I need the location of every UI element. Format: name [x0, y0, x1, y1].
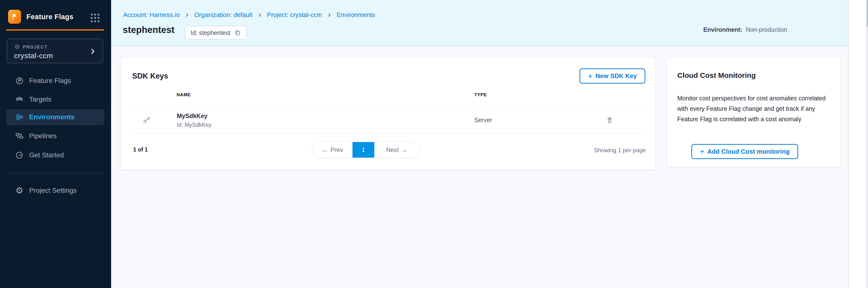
- page-header: Account: Harness.io Organization: defaul…: [111, 0, 848, 46]
- sidebar: Feature Flags PROJECT crystal-ccm: [0, 0, 111, 288]
- scrollbar-track[interactable]: [866, 0, 868, 288]
- sdk-key-type: Server: [474, 117, 492, 124]
- breadcrumb-account-link[interactable]: Account: Harness.io: [123, 11, 180, 19]
- environment-type-value: Non-production: [746, 26, 787, 33]
- sidebar-divider: [6, 173, 104, 173]
- gear-icon: ⚙: [15, 186, 24, 195]
- pagination-summary: 1 of 1: [133, 147, 148, 153]
- breadcrumb-project-link[interactable]: Project: crystal-ccm: [267, 11, 322, 19]
- delete-key-trash-icon[interactable]: [606, 116, 614, 124]
- arrow-right-icon: →: [401, 147, 407, 154]
- sdk-key-id: Id: MySdkKey: [177, 122, 211, 128]
- arrow-left-icon: ←: [322, 147, 328, 154]
- sidebar-orange-rule: [6, 29, 104, 31]
- table-divider: [131, 106, 645, 106]
- cloud-cost-title: Cloud Cost Monitoring: [677, 71, 756, 79]
- brand: Feature Flags: [8, 10, 73, 24]
- sdk-keys-card: SDK Keys + New SDK Key NAME TYPE MySdkKe…: [121, 58, 655, 169]
- feature-flags-logo-icon: [8, 10, 21, 24]
- breadcrumb-separator-icon: [327, 12, 332, 18]
- pagination-page-1[interactable]: 1: [352, 142, 374, 158]
- module-grid-icon[interactable]: [91, 13, 99, 22]
- breadcrumb: Account: Harness.io Organization: defaul…: [123, 11, 375, 19]
- sidebar-item-label: Get Started: [29, 151, 64, 159]
- table-divider: [131, 133, 645, 133]
- pagination-next-button[interactable]: Next →: [374, 142, 419, 158]
- breadcrumb-environments-link[interactable]: Environments: [337, 11, 375, 19]
- sidebar-item-label: Feature Flags: [29, 77, 71, 85]
- breadcrumb-organization-link[interactable]: Organization: default: [194, 11, 252, 19]
- environment-id-badge: Id: stephentest: [185, 26, 247, 40]
- new-sdk-key-button[interactable]: + New SDK Key: [580, 68, 645, 84]
- app-window: Feature Flags PROJECT crystal-ccm: [0, 0, 868, 288]
- plus-icon: +: [700, 148, 705, 155]
- sidebar-item-environments[interactable]: Environments: [6, 109, 104, 125]
- project-label: PROJECT: [23, 44, 48, 50]
- sidebar-item-get-started[interactable]: Get Started: [6, 147, 104, 163]
- sidebar-item-label: Pipelines: [29, 132, 57, 140]
- page-title: stephentest: [123, 25, 175, 35]
- get-started-icon: [15, 151, 24, 160]
- chevron-right-icon: [89, 48, 96, 55]
- cloud-cost-monitoring-card: Cloud Cost Monitoring Monitor cost persp…: [667, 58, 840, 167]
- right-gutter: [848, 0, 868, 288]
- environment-type: Environment: Non-production: [703, 26, 787, 33]
- cloud-cost-description: Monitor cost perspectives for cost anoma…: [677, 93, 830, 124]
- pagination-pill: ← Prev 1 Next →: [312, 141, 420, 158]
- environments-hexagons-icon: [15, 113, 24, 122]
- add-cloud-cost-button[interactable]: + Add Cloud Cost monitoring: [691, 144, 798, 159]
- pagination-per-page: Showing 1 per page: [594, 147, 646, 154]
- sdk-keys-title: SDK Keys: [132, 72, 168, 81]
- sidebar-item-pipelines[interactable]: Pipelines: [6, 128, 104, 144]
- pagination-prev-button[interactable]: ← Prev: [312, 142, 352, 158]
- pipelines-icon: [15, 132, 24, 140]
- cube-icon: [14, 44, 20, 50]
- brand-label: Feature Flags: [26, 13, 73, 21]
- breadcrumb-separator-icon: [257, 12, 262, 18]
- sdk-key-icon: [143, 116, 151, 124]
- environment-type-label: Environment:: [703, 26, 742, 33]
- sidebar-item-label: Project Settings: [29, 187, 77, 194]
- scrollbar-thumb[interactable]: [866, 0, 868, 27]
- sdk-key-name: MySdkKey: [177, 113, 208, 120]
- environment-id-text: Id: stephentest: [191, 29, 230, 36]
- sidebar-item-project-settings[interactable]: ⚙ Project Settings: [6, 183, 104, 198]
- targets-people-icon: [15, 95, 24, 104]
- plus-icon: +: [588, 72, 593, 80]
- column-header-type: TYPE: [474, 92, 487, 97]
- copy-icon[interactable]: [234, 30, 241, 36]
- flag-circle-icon: [15, 76, 24, 85]
- sidebar-item-label: Targets: [29, 96, 52, 103]
- sidebar-item-label: Environments: [29, 113, 74, 121]
- column-header-name: NAME: [177, 92, 191, 97]
- sidebar-item-feature-flags[interactable]: Feature Flags: [6, 73, 104, 89]
- breadcrumb-separator-icon: [185, 12, 189, 18]
- sidebar-item-targets[interactable]: Targets: [6, 91, 104, 107]
- project-name: crystal-ccm: [14, 52, 53, 60]
- project-selector[interactable]: PROJECT crystal-ccm: [7, 38, 103, 63]
